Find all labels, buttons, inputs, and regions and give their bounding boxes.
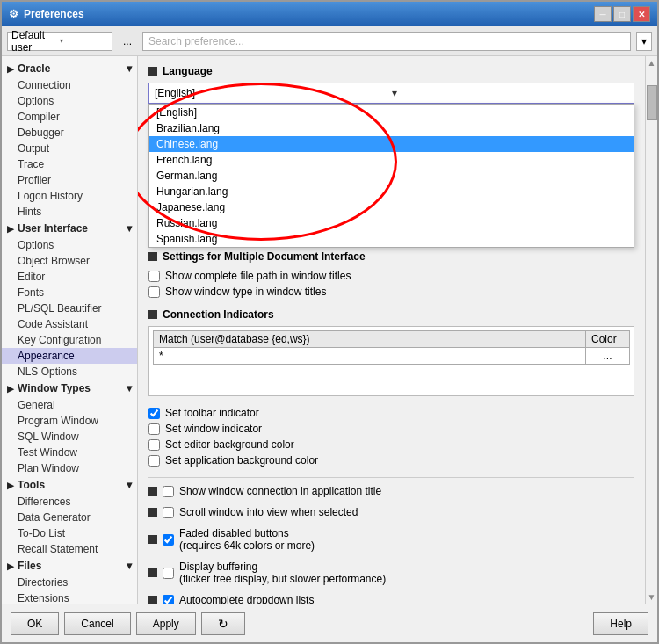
autocomplete-checkbox[interactable] <box>163 595 174 604</box>
language-section-title: Language <box>163 65 213 77</box>
lang-option-japanese[interactable]: Japanese.lang <box>149 199 634 215</box>
sidebar-item-key-configuration[interactable]: Key Configuration <box>2 332 137 348</box>
sidebar-item-general[interactable]: General <box>2 397 137 413</box>
oracle-expand-icon: ▶ <box>7 64 14 74</box>
sidebar-item-differences[interactable]: Differences <box>2 494 137 510</box>
sidebar-section-files[interactable]: ▶ Files ▾ <box>2 557 137 575</box>
maximize-button[interactable]: □ <box>613 6 631 22</box>
sidebar-item-data-generator[interactable]: Data Generator <box>2 510 137 525</box>
sidebar-item-nls-options[interactable]: NLS Options <box>2 364 137 380</box>
sidebar-section-oracle[interactable]: ▶ Oracle ▾ <box>2 60 137 77</box>
sidebar-wt-label: Window Types <box>18 382 91 394</box>
mdi-checkbox-2[interactable] <box>148 286 160 298</box>
files-expand-icon: ▶ <box>7 561 14 571</box>
show-connection-checkbox[interactable] <box>163 486 174 497</box>
lang-option-german[interactable]: German.lang <box>149 168 634 184</box>
window-title: Preferences <box>24 8 84 20</box>
ui-collapse-icon: ▾ <box>127 222 132 235</box>
ci-match-value[interactable]: * <box>154 348 586 365</box>
lang-option-spanish[interactable]: Spanish.lang <box>149 231 634 247</box>
sidebar-item-extensions[interactable]: Extensions <box>2 590 137 604</box>
sidebar-item-plan-window[interactable]: Plan Window <box>2 460 137 476</box>
sidebar-ui-label: User Interface <box>18 222 88 235</box>
toolbar-checkbox-3[interactable] <box>148 439 160 451</box>
sidebar-item-ui-options[interactable]: Options <box>2 237 137 253</box>
lang-option-brazilian[interactable]: Brazilian.lang <box>149 120 634 136</box>
close-button[interactable]: ✕ <box>633 6 650 22</box>
preferences-window: ⚙ Preferences ─ □ ✕ Default user ▾ ... S… <box>0 0 659 644</box>
sidebar-section-window-types[interactable]: ▶ Window Types ▾ <box>2 380 137 397</box>
faded-buttons-row: Faded disabled buttons(requires 64k colo… <box>163 525 315 554</box>
sidebar-item-todo-list[interactable]: To-Do List <box>2 525 137 541</box>
tools-expand-icon: ▶ <box>7 481 14 490</box>
language-section-header: Language <box>148 65 634 77</box>
sidebar-item-profiler[interactable]: Profiler <box>2 172 137 188</box>
lang-option-hungarian[interactable]: Hungarian.lang <box>149 184 634 199</box>
faded-buttons-label: Faded disabled buttons(requires 64k colo… <box>179 527 315 552</box>
sidebar-item-fonts[interactable]: Fonts <box>2 285 137 300</box>
sidebar-item-appearance[interactable]: Appearance <box>2 348 137 364</box>
toolbar-ellipsis[interactable]: ... <box>118 33 137 49</box>
sidebar-item-object-browser[interactable]: Object Browser <box>2 253 137 269</box>
sidebar-item-connection[interactable]: Connection <box>2 77 137 93</box>
ci-section-icon <box>148 310 157 319</box>
lang-option-chinese[interactable]: Chinese.lang <box>149 136 634 152</box>
sidebar-item-plsql-beautifier[interactable]: PL/SQL Beautifier <box>2 300 137 316</box>
sidebar-item-program-window[interactable]: Program Window <box>2 413 137 429</box>
sidebar-item-compiler[interactable]: Compiler <box>2 109 137 125</box>
sidebar-item-output[interactable]: Output <box>2 141 137 156</box>
toolbar-checkbox-1[interactable] <box>148 408 160 419</box>
profile-dropdown-arrow: ▾ <box>60 37 108 45</box>
ui-expand-icon: ▶ <box>7 224 14 234</box>
toolbar-options: Set toolbar indicator Set window indicat… <box>148 405 634 468</box>
minimize-button[interactable]: ─ <box>594 6 612 22</box>
scrollbar-up-arrow[interactable]: ▲ <box>648 58 656 68</box>
lang-option-english[interactable]: [English] <box>149 105 634 120</box>
ok-button[interactable]: OK <box>11 612 59 635</box>
apply-button[interactable]: Apply <box>136 612 196 635</box>
sidebar-item-recall-statement[interactable]: Recall Statement <box>2 541 137 557</box>
title-bar-title: ⚙ Preferences <box>9 8 84 20</box>
sidebar-section-tools[interactable]: ▶ Tools ▾ <box>2 476 137 494</box>
toolbar-checkbox-2[interactable] <box>148 423 160 435</box>
faded-buttons-icon <box>148 535 157 544</box>
sidebar-item-directories[interactable]: Directories <box>2 575 137 590</box>
sidebar-item-hints[interactable]: Hints <box>2 204 137 220</box>
cancel-button[interactable]: Cancel <box>64 612 130 635</box>
help-button[interactable]: Help <box>593 612 648 635</box>
search-field[interactable]: Search preference... <box>142 32 631 51</box>
profile-dropdown[interactable]: Default user ▾ <box>7 32 112 51</box>
sidebar-item-trace[interactable]: Trace <box>2 156 137 172</box>
sidebar-item-sql-window[interactable]: SQL Window <box>2 429 137 445</box>
lang-option-french[interactable]: French.lang <box>149 152 634 168</box>
sidebar-item-debugger[interactable]: Debugger <box>2 125 137 141</box>
language-dropdown-arrow: ▾ <box>392 87 629 99</box>
lang-option-russian[interactable]: Russian.lang <box>149 215 634 231</box>
show-connection-row: Show window connection in application ti… <box>163 483 381 499</box>
scroll-window-checkbox[interactable] <box>163 507 174 518</box>
sidebar-section-user-interface[interactable]: ▶ User Interface ▾ <box>2 220 137 237</box>
sidebar-item-editor[interactable]: Editor <box>2 269 137 285</box>
sidebar-item-logon-history[interactable]: Logon History <box>2 188 137 204</box>
mdi-checkbox-1[interactable] <box>148 271 160 282</box>
right-scrollbar[interactable]: ▲ ▼ <box>645 56 657 604</box>
title-bar-controls: ─ □ ✕ <box>594 6 650 22</box>
sidebar-item-options[interactable]: Options <box>2 93 137 109</box>
language-dropdown[interactable]: [English] ▾ <box>148 83 634 104</box>
toolbar-checkbox-4[interactable] <box>148 455 160 467</box>
faded-buttons-checkbox[interactable] <box>163 534 174 546</box>
language-section-icon <box>148 67 157 76</box>
ci-color-value[interactable]: ... <box>586 348 630 365</box>
display-buffering-checkbox[interactable] <box>163 568 174 579</box>
scrollbar-thumb[interactable] <box>647 85 657 120</box>
scrollbar-down-arrow[interactable]: ▼ <box>648 592 656 602</box>
toolbar-option-1: Set toolbar indicator <box>148 405 634 421</box>
search-dropdown-arrow[interactable]: ▾ <box>636 32 652 51</box>
main-content: ▶ Oracle ▾ Connection Options Compiler D… <box>2 56 657 604</box>
sidebar-item-code-assistant[interactable]: Code Assistant <box>2 316 137 332</box>
toolbar-option-3: Set editor background color <box>148 437 634 452</box>
mdi-section-header: Settings for Multiple Document Interface <box>148 250 634 263</box>
sidebar-item-test-window[interactable]: Test Window <box>2 445 137 460</box>
scroll-window-row: Scroll window into view when selected <box>163 504 358 520</box>
import-export-button[interactable]: ↻ <box>201 612 245 635</box>
